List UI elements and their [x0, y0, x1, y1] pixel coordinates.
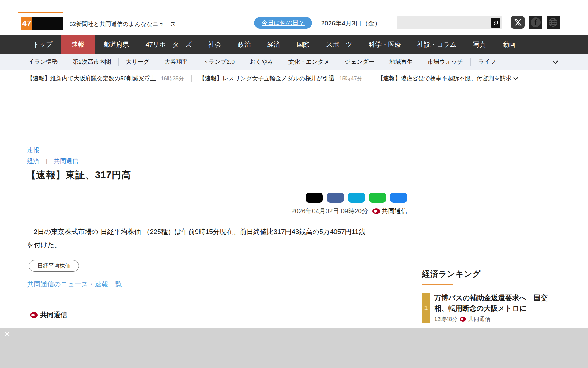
kyodo-news-icon	[30, 312, 38, 318]
kyodo-news-icon	[372, 208, 380, 214]
today-button[interactable]: 今日は何の日？	[254, 17, 312, 29]
main-nav: トップ 速報 都道府県 47リポーターズ 社会 政治 経済 国際 スポーツ 科学…	[0, 35, 588, 54]
publish-source: 共同通信	[382, 207, 407, 215]
page: 47 52新聞社と共同通信のよんななニュース 今日は何の日？ 2026年4月3日…	[0, 0, 588, 368]
share-button-3[interactable]	[348, 193, 365, 203]
search-button[interactable]	[491, 18, 500, 28]
economy-ranking-sidebar: 経済ランキング 1 万博バスの補助金返還要求へ 国交相、転用断念の大阪メトロに …	[422, 269, 559, 323]
ticker-time: 15時47分	[339, 75, 363, 82]
divider	[27, 297, 412, 297]
ticker-time: 16時25分	[161, 75, 184, 82]
tag-nikkei-average[interactable]: 日経平均株価	[29, 260, 79, 272]
sub-nav: イラン情勢 第2次高市内閣 大リーグ 大谷翔平 トランプ2.0 おくやみ 文化・…	[0, 54, 588, 70]
subnav-obituary[interactable]: おくやみ	[242, 58, 281, 66]
share-button-2[interactable]	[327, 193, 344, 203]
subnav-culture[interactable]: 文化・エンタメ	[281, 58, 337, 66]
body-text: 2日の東京株式市場の	[27, 228, 98, 236]
tag-label: 日経平均株価	[37, 262, 70, 270]
ticker-title: 【速報】維新内で大阪府議会定数の50削減案浮上	[27, 75, 156, 82]
x-twitter-icon[interactable]	[511, 16, 525, 29]
ticker-separator	[191, 75, 192, 82]
breadcrumb-separator: ｜	[44, 158, 49, 164]
kyodo-news-icon	[460, 317, 466, 322]
chevron-down-icon[interactable]	[552, 58, 558, 64]
ranking-meta: 12時48分 共同通信	[434, 316, 559, 323]
main-content: 速報 経済 ｜ 共同通信 【速報】東証、317円高 2026年04月02日 09…	[0, 87, 588, 328]
publish-info: 2026年04月02日 09時20分 共同通信	[27, 207, 407, 215]
share-button-5[interactable]	[390, 193, 407, 203]
header-date: 2026年4月3日（金）	[321, 19, 381, 28]
subnav-regional[interactable]: 地域再生	[382, 58, 420, 66]
nav-item-science-medical[interactable]: 科学・医療	[360, 35, 409, 54]
ticker-title: 【速報】レスリング女子五輪金メダルの桜井が引退	[199, 75, 334, 82]
subnav-takaichi-cabinet[interactable]: 第2次高市内閣	[65, 58, 118, 66]
ranking-time: 12時48分	[434, 316, 458, 323]
ranking-item-1[interactable]: 1 万博バスの補助金返還要求へ 国交相、転用断念の大阪メトロに 12時48分 共…	[422, 293, 559, 323]
ranking-divider	[422, 284, 559, 285]
facebook-icon[interactable]: f	[529, 16, 542, 29]
ranking-content: 万博バスの補助金返還要求へ 国交相、転用断念の大阪メトロに 12時48分 共同通…	[434, 293, 559, 323]
share-buttons	[27, 193, 407, 203]
breadcrumb-source[interactable]: 共同通信	[54, 157, 78, 165]
publish-date: 2026年04月02日 09時20分	[291, 207, 368, 215]
ticker-item[interactable]: 【速報】陵虐容疑で検事不起訴不服、付審判を請求	[378, 75, 512, 82]
ticker-title: 【速報】陵虐容疑で検事不起訴不服、付審判を請求	[378, 75, 512, 82]
nav-item-top[interactable]: トップ	[24, 35, 61, 54]
nav-item-photo[interactable]: 写真	[465, 35, 494, 54]
breaking-news-ticker: 【速報】維新内で大阪府議会定数の50削減案浮上 16時25分 【速報】レスリング…	[0, 70, 588, 87]
logo-47-icon: 47	[21, 17, 32, 30]
nav-item-prefectures[interactable]: 都道府県	[95, 35, 137, 54]
breadcrumb-category[interactable]: 経済	[27, 157, 39, 165]
nav-item-politics[interactable]: 政治	[230, 35, 259, 54]
share-button-4[interactable]	[369, 193, 386, 203]
subnav-life[interactable]: ライフ	[470, 58, 503, 66]
site-header: 47 52新聞社と共同通信のよんななニュース 今日は何の日？ 2026年4月3日…	[0, 0, 588, 35]
ticker-separator	[370, 75, 370, 82]
ranking-title: 万博バスの補助金返還要求へ 国交相、転用断念の大阪メトロに	[434, 294, 548, 312]
nav-item-international[interactable]: 国際	[288, 35, 318, 54]
ticker-item[interactable]: 【速報】維新内で大阪府議会定数の50削減案浮上 16時25分	[27, 75, 184, 82]
nav-item-economy[interactable]: 経済	[259, 35, 288, 54]
subnav-market-watch[interactable]: 市場ウォッチ	[420, 58, 470, 66]
globe-icon[interactable]	[547, 16, 560, 29]
page-title: 【速報】東証、317円高	[26, 169, 131, 182]
site-logo[interactable]: 47	[21, 17, 63, 30]
search-box	[397, 16, 502, 29]
nav-item-society[interactable]: 社会	[200, 35, 230, 54]
subnav-gender[interactable]: ジェンダー	[337, 58, 382, 66]
site-tagline: 52新聞社と共同通信のよんななニュース	[70, 20, 176, 28]
subnav-trump[interactable]: トランプ2.0	[195, 58, 242, 66]
ranking-heading: 経済ランキング	[422, 269, 559, 279]
footer-source-label: 共同通信	[40, 310, 67, 320]
article-footer-source[interactable]: 共同通信	[30, 310, 67, 320]
subnav-mlb[interactable]: 大リーグ	[118, 58, 157, 66]
nav-item-sports[interactable]: スポーツ	[318, 35, 360, 54]
kyodo-news-list-link[interactable]: 共同通信のニュース・速報一覧	[27, 280, 122, 289]
nikkei-average-link[interactable]: 日経平均株価	[100, 228, 141, 236]
chevron-down-icon[interactable]	[513, 75, 518, 80]
share-button-1[interactable]	[306, 193, 323, 203]
close-icon[interactable]: ✕	[4, 330, 11, 339]
logo-news-block	[32, 17, 63, 30]
ranking-source: 共同通信	[468, 316, 490, 323]
nav-item-editorial-column[interactable]: 社説・コラム	[409, 35, 465, 54]
breadcrumb-sokuho[interactable]: 速報	[27, 146, 39, 154]
nav-item-sokuho[interactable]: 速報	[61, 35, 95, 54]
bottom-ad-banner: ✕	[0, 328, 588, 368]
brand-accent-line	[18, 12, 63, 13]
subnav-iran[interactable]: イラン情勢	[21, 58, 65, 66]
today-button-label: 今日は何の日？	[262, 19, 305, 27]
ticker-item[interactable]: 【速報】レスリング女子五輪金メダルの桜井が引退 15時47分	[199, 75, 363, 82]
nav-item-video[interactable]: 動画	[494, 35, 524, 54]
breadcrumb: 経済 ｜ 共同通信	[27, 157, 78, 165]
facebook-glyph: f	[531, 17, 541, 27]
article-body: 2日の東京株式市場の日経平均株価（225種）は午前9時15分現在、前日終値比31…	[27, 225, 371, 251]
social-links: f	[511, 16, 560, 29]
search-input[interactable]	[397, 16, 491, 29]
nav-item-47reporters[interactable]: 47リポーターズ	[137, 35, 200, 54]
subnav-ohtani[interactable]: 大谷翔平	[157, 58, 195, 66]
rank-badge: 1	[422, 293, 430, 323]
search-icon	[493, 20, 499, 26]
